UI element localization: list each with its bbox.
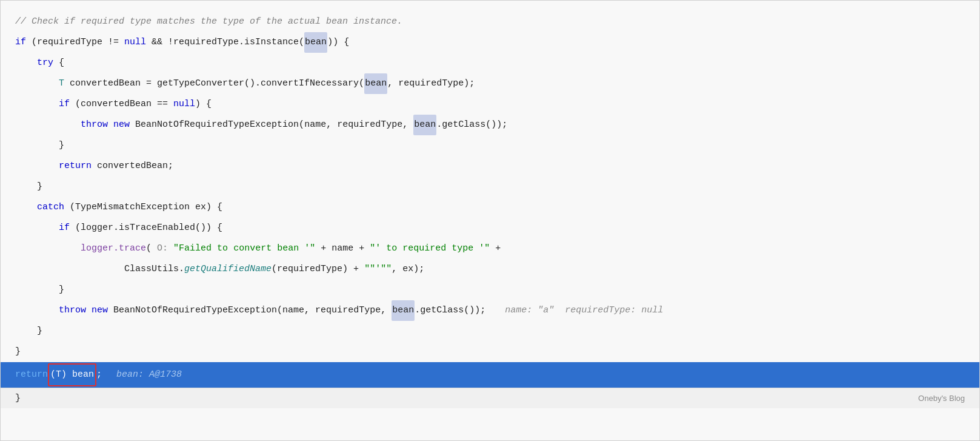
indent1: [15, 53, 37, 73]
code-line-close2: }: [15, 177, 965, 197]
brace3: }: [59, 280, 64, 300]
code-window: // Check if required type matches the ty…: [0, 0, 980, 441]
indent2d: [15, 321, 37, 342]
brace1: }: [59, 135, 64, 156]
bean-highlight-2: bean: [364, 73, 387, 94]
kw-if: if: [15, 32, 26, 53]
code-text12: (TypeMismatchException ex) {: [64, 197, 222, 218]
code-text14: (: [146, 238, 157, 259]
code-line-trace1: logger.trace( O: "Failed to convert bean…: [15, 238, 965, 259]
code-text17: +: [490, 238, 501, 259]
kw-null1: null: [124, 32, 146, 53]
indent2b: [15, 177, 37, 197]
bean-highlight-4: bean: [392, 300, 415, 321]
code-text3: )) {: [327, 32, 349, 53]
code-line-trace-check: if (logger.isTraceEnabled()) {: [15, 218, 965, 238]
code-text13: (logger.isTraceEnabled()) {: [70, 218, 222, 238]
code-line-if: if (requiredType != null && !requiredTyp…: [15, 32, 965, 53]
indent3c: [15, 156, 59, 177]
str3: ""'"": [364, 259, 392, 280]
code-text6: (convertedBean ==: [70, 94, 173, 115]
code-text9: BeanNotOfRequiredTypeException(name, req…: [130, 115, 413, 135]
indent3e: [15, 280, 59, 300]
code-line-throw2: throw new BeanNotOfRequiredTypeException…: [15, 300, 965, 321]
bean-box: (T) bean: [48, 363, 96, 386]
bean-highlight-1: bean: [304, 32, 327, 53]
code-line-return1: return convertedBean;: [15, 156, 965, 177]
indent3: [15, 94, 59, 115]
code-text15: [168, 238, 173, 259]
code-line-trace2: ClassUtils.getQualifiedName(requiredType…: [15, 259, 965, 280]
code-text2: && !requiredType.isInstance(: [146, 32, 304, 53]
kw-if2: if: [59, 94, 70, 115]
code-text4: convertedBean = getTypeConverter().conve…: [64, 73, 364, 94]
code-text18: ClassUtils.: [124, 259, 184, 280]
kw-new2: new: [92, 300, 108, 321]
kw-if3: if: [59, 218, 70, 238]
kw-throw2: throw: [59, 300, 86, 321]
code-line-close4: }: [15, 321, 965, 342]
code-line-comment: // Check if required type matches the ty…: [15, 12, 965, 32]
code-text: (requiredType !=: [26, 32, 124, 53]
return-hint: bean: A@1738: [116, 365, 182, 385]
footer-brace: }: [15, 393, 21, 403]
kw-return1: return: [59, 156, 92, 177]
code-line-close3: }: [15, 280, 965, 300]
indent4: [15, 115, 81, 135]
str1: "Failed to convert bean '": [173, 238, 315, 259]
code-text8: [108, 115, 113, 135]
code-text11: convertedBean;: [92, 156, 173, 177]
return-highlight-line: return (T) bean ; bean: A@1738: [1, 362, 979, 388]
code-line-null-check: if (convertedBean == null) {: [15, 94, 965, 115]
code-area: // Check if required type matches the ty…: [1, 1, 979, 388]
logger-o: O:: [157, 238, 168, 259]
code-line-catch: catch (TypeMismatchException ex) {: [15, 197, 965, 218]
comment-text: // Check if required type matches the ty…: [15, 12, 402, 32]
code-text7: ) {: [195, 94, 212, 115]
indent3f: [15, 300, 59, 321]
indent5: [15, 259, 124, 280]
code-brace1: {: [53, 53, 64, 73]
kw-catch: catch: [37, 197, 64, 218]
code-line-close5: }: [15, 342, 965, 362]
brace5: }: [15, 342, 21, 362]
brace2: }: [37, 177, 42, 197]
kw-return2: return: [15, 365, 48, 385]
code-line-close1: }: [15, 135, 965, 156]
logger-text: logger.trace: [81, 238, 146, 259]
code-text19: (requiredType) +: [272, 259, 364, 280]
indent4b: [15, 238, 81, 259]
code-line-try: try {: [15, 53, 965, 73]
footer-brand: Oneby's Blog: [918, 394, 965, 403]
indent2: [15, 73, 59, 94]
brace4: }: [37, 321, 42, 342]
code-line-converted: T convertedBean = getTypeConverter().con…: [15, 73, 965, 94]
code-text16: + name +: [315, 238, 370, 259]
throw-hint: name: "a" requiredType: null: [505, 300, 663, 321]
kw-new1: new: [113, 115, 130, 135]
kw-try: try: [37, 53, 53, 73]
code-text5: , requiredType);: [387, 73, 475, 94]
type-T: T: [59, 73, 64, 94]
bean-highlight-3: bean: [413, 115, 436, 135]
code-text21: [86, 300, 92, 321]
indent3d: [15, 218, 59, 238]
indent3b: [15, 135, 59, 156]
kw-null2: null: [173, 94, 195, 115]
code-text10: .getClass());: [436, 115, 507, 135]
semicolon: ;: [96, 365, 102, 385]
code-text23: .getClass());: [415, 300, 485, 321]
code-line-throw1: throw new BeanNotOfRequiredTypeException…: [15, 115, 965, 135]
indent2c: [15, 197, 37, 218]
kw-throw1: throw: [81, 115, 108, 135]
footer: } Oneby's Blog: [1, 388, 979, 408]
code-text20: , ex);: [392, 259, 424, 280]
method-qualified: getQualifiedName: [184, 259, 272, 280]
code-text22: BeanNotOfRequiredTypeException(name, req…: [108, 300, 392, 321]
str2: "' to required type '": [370, 238, 490, 259]
